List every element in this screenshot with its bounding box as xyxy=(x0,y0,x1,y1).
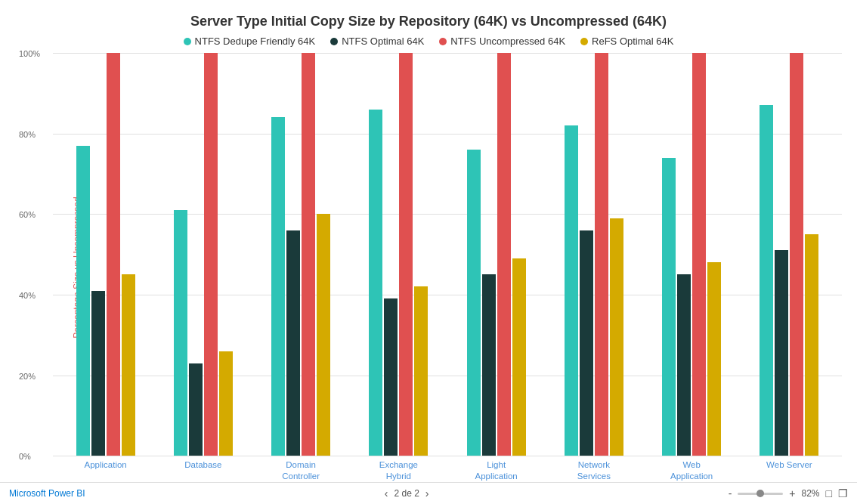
prev-page-arrow[interactable]: ‹ xyxy=(385,487,388,499)
bar-group-4 xyxy=(447,53,545,456)
legend-dot-ntfs-uncomp xyxy=(439,38,447,45)
chart-container: Server Type Initial Copy Size by Reposit… xyxy=(0,0,857,504)
bar-group-1 xyxy=(154,53,252,456)
bar-0-1[interactable] xyxy=(91,291,105,456)
grid-and-bars: 100%80%60%40%20%0% xyxy=(53,53,842,456)
bars-row xyxy=(53,53,842,456)
bar-3-3[interactable] xyxy=(414,286,428,456)
bar-group-7 xyxy=(741,53,838,456)
page-navigation: ‹ 2 de 2 › xyxy=(385,487,429,499)
legend-item-ntfs-optimal: NTFS Optimal 64K xyxy=(330,36,424,47)
bar-group-2 xyxy=(252,53,350,456)
zoom-thumb xyxy=(756,490,764,497)
bar-2-2[interactable] xyxy=(302,53,315,456)
bar-4-2[interactable] xyxy=(497,53,511,456)
legend-label-ntfs-uncomp: NTFS Uncompressed 64K xyxy=(450,36,565,47)
bar-3-0[interactable] xyxy=(369,110,382,456)
bar-1-2[interactable] xyxy=(204,53,218,456)
power-bi-brand[interactable]: Microsoft Power BI xyxy=(9,488,85,499)
bar-6-0[interactable] xyxy=(662,158,676,456)
chart-title: Server Type Initial Copy Size by Reposit… xyxy=(0,0,857,36)
bar-2-1[interactable] xyxy=(286,230,300,456)
page-indicator: 2 de 2 xyxy=(394,488,419,499)
bar-4-3[interactable] xyxy=(512,258,526,456)
legend-label-ntfs-dedupe: NTFS Dedupe Friendly 64K xyxy=(195,36,316,47)
legend-label-ntfs-optimal: NTFS Optimal 64K xyxy=(342,36,424,47)
bar-6-1[interactable] xyxy=(677,274,691,456)
legend-item-ntfs-dedupe: NTFS Dedupe Friendly 64K xyxy=(184,36,316,47)
bar-3-1[interactable] xyxy=(384,298,398,456)
zoom-slider[interactable] xyxy=(738,493,783,495)
legend-item-ntfs-uncomp: NTFS Uncompressed 64K xyxy=(439,36,565,47)
bar-7-1[interactable] xyxy=(775,250,788,456)
x-label-4: LightApplication xyxy=(447,456,545,482)
bar-7-3[interactable] xyxy=(805,234,818,456)
bar-5-0[interactable] xyxy=(565,125,578,456)
x-label-2: DomainController xyxy=(252,456,350,482)
bar-4-0[interactable] xyxy=(467,150,481,456)
zoom-level: 82% xyxy=(802,488,820,499)
zoom-minus[interactable]: - xyxy=(729,487,732,499)
bottom-bar: Microsoft Power BI ‹ 2 de 2 › - + 82% □ … xyxy=(0,482,857,504)
bar-0-3[interactable] xyxy=(122,274,135,456)
fit-page-icon[interactable]: □ xyxy=(826,487,832,499)
bar-5-2[interactable] xyxy=(595,53,608,456)
y-tick-60: 60% xyxy=(19,210,36,219)
legend-label-refs-optimal: ReFS Optimal 64K xyxy=(592,36,673,47)
bar-2-3[interactable] xyxy=(317,214,330,456)
bar-0-0[interactable] xyxy=(76,146,90,456)
bar-7-2[interactable] xyxy=(790,53,803,456)
legend-dot-ntfs-dedupe xyxy=(184,38,191,45)
bar-7-0[interactable] xyxy=(760,105,773,456)
bar-5-1[interactable] xyxy=(580,230,593,456)
bar-group-0 xyxy=(57,53,154,456)
legend-dot-ntfs-optimal xyxy=(330,38,338,45)
bar-1-3[interactable] xyxy=(219,351,233,456)
x-label-3: ExchangeHybrid xyxy=(350,456,447,482)
fullscreen-icon[interactable]: ❐ xyxy=(838,487,848,499)
bar-1-0[interactable] xyxy=(174,210,187,456)
chart-area: Percentage Size vs Uncompressed 100%80%6… xyxy=(0,53,857,482)
zoom-plus[interactable]: + xyxy=(789,487,795,499)
x-label-0: Application xyxy=(57,456,154,482)
next-page-arrow[interactable]: › xyxy=(425,487,429,499)
x-label-5: NetworkServices xyxy=(545,456,642,482)
legend: NTFS Dedupe Friendly 64KNTFS Optimal 64K… xyxy=(0,36,857,53)
x-label-7: Web Server xyxy=(741,456,838,482)
y-tick-100: 100% xyxy=(19,49,40,58)
x-labels: ApplicationDatabaseDomainControllerExcha… xyxy=(53,456,842,482)
bar-6-3[interactable] xyxy=(707,262,721,456)
chart-inner: 100%80%60%40%20%0% ApplicationDatabaseDo… xyxy=(53,53,842,482)
bottom-right-controls: - + 82% □ ❐ xyxy=(729,487,848,499)
bar-3-2[interactable] xyxy=(399,53,413,456)
y-tick-40: 40% xyxy=(19,291,36,300)
x-label-1: Database xyxy=(154,456,252,482)
bar-2-0[interactable] xyxy=(271,117,285,456)
y-tick-20: 20% xyxy=(19,372,36,381)
legend-item-refs-optimal: ReFS Optimal 64K xyxy=(580,36,673,47)
bar-6-2[interactable] xyxy=(692,53,706,456)
bar-5-3[interactable] xyxy=(610,218,623,456)
y-tick-80: 80% xyxy=(19,130,36,139)
legend-dot-refs-optimal xyxy=(580,38,588,45)
bar-group-5 xyxy=(545,53,642,456)
grid-line-0: 0% xyxy=(53,456,842,456)
bar-4-1[interactable] xyxy=(482,274,496,456)
bar-0-2[interactable] xyxy=(107,53,120,456)
bar-group-6 xyxy=(643,53,741,456)
bar-group-3 xyxy=(350,53,447,456)
bar-1-1[interactable] xyxy=(189,363,203,456)
x-label-6: WebApplication xyxy=(643,456,741,482)
y-tick-0: 0% xyxy=(19,452,31,461)
